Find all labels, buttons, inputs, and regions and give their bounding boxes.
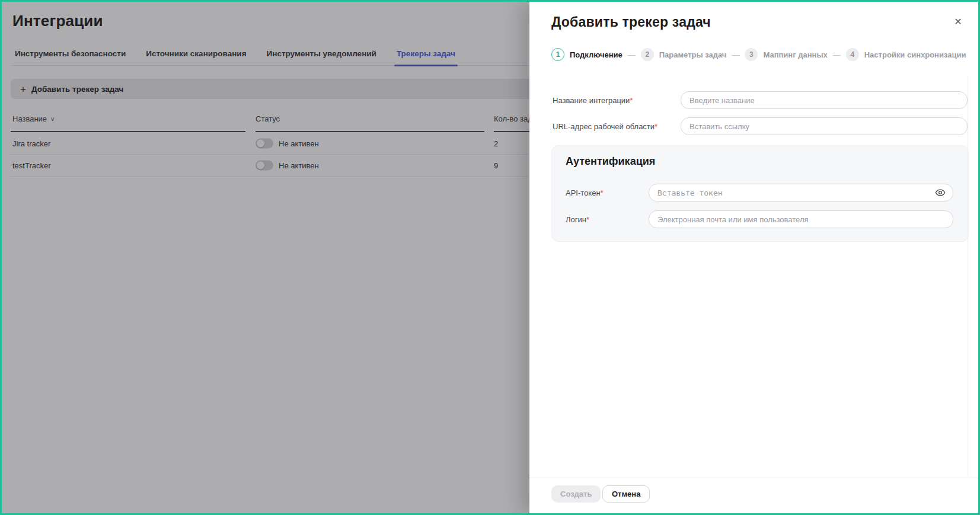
create-button[interactable]: Создать [551, 485, 601, 503]
cancel-button[interactable]: Отмена [602, 485, 650, 503]
scrollbar-track[interactable] [968, 76, 968, 476]
api-token-input[interactable] [649, 184, 953, 201]
step-sync-settings[interactable]: 4 Настройки синхронизации [846, 48, 966, 61]
authentication-section: Аутентификация API-токен* [551, 145, 969, 242]
integration-name-row: Название интеграции* [553, 91, 968, 109]
integration-name-label: Название интеграции* [553, 96, 633, 105]
login-input[interactable] [649, 210, 953, 228]
step-label: Маппинг данных [763, 50, 827, 59]
required-asterisk: * [601, 188, 604, 197]
step-data-mapping[interactable]: 3 Маппинг данных [745, 48, 827, 61]
api-token-row: API-токен* [566, 184, 953, 201]
step-label: Подключение [570, 50, 623, 59]
step-number: 1 [551, 48, 564, 61]
step-separator: — [732, 50, 739, 59]
add-tracker-drawer: Добавить трекер задач ✕ 1 Подключение — … [529, 2, 978, 513]
workspace-url-row: URL-адрес рабочей области* [553, 117, 968, 135]
required-asterisk: * [655, 122, 657, 131]
required-asterisk: * [630, 96, 633, 105]
step-label: Настройки синхронизации [864, 50, 966, 59]
step-number: 2 [641, 48, 654, 61]
workspace-url-input[interactable] [681, 117, 968, 135]
api-token-label: API-токен* [566, 188, 604, 197]
step-separator: — [833, 50, 841, 59]
step-number: 4 [846, 48, 859, 61]
step-label: Параметры задач [659, 50, 727, 59]
step-connection[interactable]: 1 Подключение [551, 48, 623, 61]
wizard-stepper: 1 Подключение — 2 Параметры задач — 3 Ма… [551, 48, 970, 61]
footer-divider [529, 478, 978, 478]
login-row: Логин* [566, 210, 953, 228]
step-number: 3 [745, 48, 758, 61]
drawer-title: Добавить трекер задач [551, 14, 711, 30]
authentication-title: Аутентификация [566, 155, 655, 168]
close-icon[interactable]: ✕ [951, 15, 965, 29]
step-task-params[interactable]: 2 Параметры задач [641, 48, 727, 61]
step-separator: — [628, 50, 636, 59]
login-label: Логин* [566, 215, 589, 224]
eye-icon[interactable] [934, 186, 947, 199]
integration-name-input[interactable] [681, 91, 968, 109]
app-window: Интеграции Инструменты безопасности Исто… [0, 0, 980, 515]
workspace-url-label: URL-адрес рабочей области* [553, 122, 657, 131]
required-asterisk: * [586, 215, 589, 224]
